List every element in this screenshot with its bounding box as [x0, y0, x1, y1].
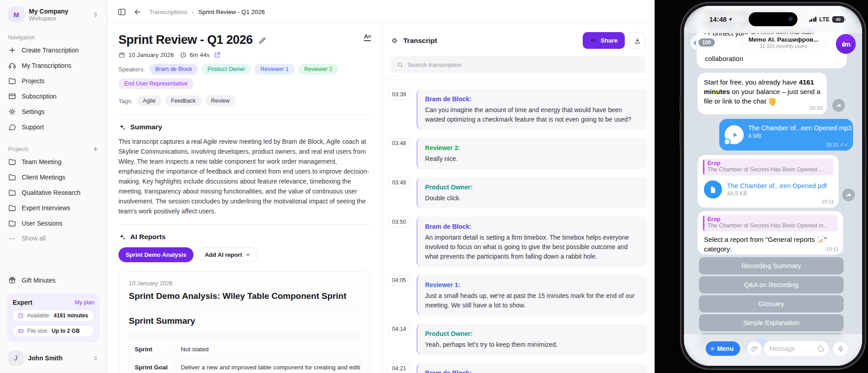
search-icon [397, 61, 403, 68]
my-plan-link[interactable]: My plan [75, 299, 94, 306]
voice-record-button[interactable] [833, 341, 848, 356]
workspace-type: Workspace [29, 15, 68, 22]
attach-button[interactable] [747, 341, 762, 356]
entry-card[interactable]: Product Owner: Yeah, perhaps let's try t… [416, 324, 647, 355]
bot-message-pdf[interactable]: Егор The Chamber of Secrets Has Been Ope… [698, 155, 839, 208]
entry-card[interactable]: Bram de Block: Can you imagine the amoun… [416, 89, 647, 130]
sidebar-item-my-transcriptions[interactable]: My Transcriptions [7, 58, 100, 73]
timestamp-chip[interactable]: 03:39 [387, 89, 410, 100]
sidebar-project-client-meetings[interactable]: Client Meetings [7, 170, 100, 185]
sidebar-item-subscription[interactable]: Subscription [7, 89, 100, 104]
chevron-right-icon: › [192, 9, 194, 15]
share-button[interactable]: Share [583, 32, 625, 49]
entry-speaker: Bram de Block: [425, 368, 640, 373]
kb-label: Simple Explanation [743, 319, 799, 326]
sidebar-toggle-icon[interactable] [118, 8, 126, 16]
sidebar-project-team-meeting[interactable]: Team Meeting [7, 154, 100, 170]
page-title: Sprint Review - Q1 2026 [118, 33, 253, 47]
sidebar-item-support[interactable]: Support [7, 119, 100, 135]
entry-card[interactable]: Bram de Block: An important detail is se… [416, 217, 647, 267]
sidebar-item-label: Settings [22, 108, 45, 115]
report-date: 10 January 2026 [129, 280, 360, 287]
avatar: J [8, 350, 24, 366]
timestamp-chip[interactable]: 03:49 [387, 177, 410, 188]
entry-card[interactable]: Reviewer 1: Just a small heads up, we're… [416, 275, 647, 316]
external-link-icon[interactable] [214, 52, 221, 58]
projects-section-label: Projects [8, 146, 28, 152]
message-input[interactable] [769, 345, 817, 352]
bot-name: Memo AI. Расшифров... [739, 36, 828, 43]
sparkles-icon [118, 233, 126, 241]
play-button[interactable]: ↓ [725, 125, 744, 144]
timestamp-chip[interactable]: 03:48 [387, 138, 410, 149]
kb-label: Q&A on Recording [744, 281, 798, 288]
tag-chip[interactable]: Feedback [165, 95, 202, 106]
entry-speaker: Product Owner: [425, 183, 640, 192]
battery-icon: 40 [832, 16, 844, 23]
text-settings-icon[interactable]: A≡ [364, 33, 371, 41]
workspace-switcher[interactable]: M My Company Workspace [7, 5, 100, 24]
user-menu[interactable]: J John Smith [7, 349, 100, 367]
speaker-chip[interactable]: Reviewer 2 [298, 64, 339, 75]
speaker-chip[interactable]: End User Representative [118, 78, 193, 89]
timestamp-chip[interactable]: 04:21 [387, 363, 410, 373]
speaker-chip[interactable]: Product Owner [202, 64, 251, 75]
row-value: Deliver a new and improved table compone… [175, 359, 360, 373]
entry-text: Just a small heads up, we're at past the… [425, 291, 640, 310]
entry-card[interactable]: Bram de Block: [416, 363, 647, 373]
plus-icon [8, 46, 16, 54]
sidebar-show-all[interactable]: ⋯ Show all [7, 231, 100, 246]
pdf-attachment[interactable]: The Chamber of...een Opened.pdf 44,5 KB [704, 180, 827, 198]
reply-quote[interactable]: Егор The Chamber of Secrets Has Been Ope… [703, 159, 833, 175]
top-bar: Transcriptions › Sprint Review - Q1 2026 [108, 0, 655, 24]
kb-button-simple-explanation[interactable]: Simple Explanation [699, 314, 844, 331]
sidebar-item-projects[interactable]: Projects [7, 73, 100, 89]
breadcrumb-transcriptions[interactable]: Transcriptions [149, 9, 187, 15]
speaker-chip[interactable]: Reviewer 1 [255, 64, 295, 75]
add-ai-report-button[interactable]: Add AI report [198, 247, 258, 262]
entry-card[interactable]: Reviewer 2: Really nice. [416, 138, 647, 169]
report-tab-sprint-demo-analysis[interactable]: Sprint Demo Analysis [118, 247, 193, 262]
back-button[interactable]: ‹ 100 [690, 35, 719, 50]
chat-title[interactable]: Memo AI. Расшифров... 11 321 monthly use… [739, 34, 828, 53]
search-input[interactable] [407, 61, 640, 68]
kb-button-qa-on-recording[interactable]: Q&A on Recording [699, 276, 844, 293]
download-button[interactable] [629, 32, 646, 49]
entry-text: Double click. [425, 194, 640, 203]
bot-message-select-report[interactable]: Егор The Chamber of Secrets Has Been Ope… [698, 211, 843, 255]
sidebar-project-qualitative-research[interactable]: Qualitative Research [7, 185, 100, 200]
memo-emoji [817, 236, 824, 243]
entry-card[interactable]: Product Owner: Double click. [416, 177, 647, 208]
tag-chip[interactable]: Review [205, 95, 236, 106]
back-arrow-icon[interactable] [133, 8, 142, 16]
folder-icon [8, 204, 16, 212]
chevron-down-icon [245, 252, 251, 258]
tag-chip[interactable]: Agile [137, 95, 161, 106]
forward-button[interactable] [842, 189, 855, 201]
user-audio-message[interactable]: ↓ The Chamber of...een Opened.mp3 8 MB 1… [719, 119, 853, 151]
audio-filesize: 8 MB [748, 133, 852, 139]
reply-quote[interactable]: Егор The Chamber of Secrets Has Been Ope… [703, 215, 838, 231]
sidebar-gift-minutes[interactable]: Gift Minutes [7, 273, 100, 288]
forward-button[interactable] [832, 99, 845, 112]
sidebar-project-user-sessions[interactable]: User Sessions [7, 216, 100, 231]
sidebar-item-settings[interactable]: Settings [7, 104, 100, 119]
bot-message-start[interactable]: Start for free, you already have 4161 mi… [698, 73, 827, 114]
sparkles-icon [118, 123, 126, 131]
kb-button-recording-summary[interactable]: Recording Summary [699, 257, 844, 274]
speaker-chip[interactable]: Bram de Block [150, 64, 198, 75]
sidebar-project-expert-interviews[interactable]: Expert Interviews [7, 200, 100, 216]
kb-button-glossary[interactable]: Glossary [699, 295, 844, 312]
sticker-icon[interactable] [817, 345, 825, 353]
sidebar-item-create-transcription[interactable]: Create Transcription [7, 42, 100, 58]
summary-text: This transcript captures a real Agile re… [118, 137, 371, 216]
edit-title-icon[interactable] [258, 37, 266, 45]
document-icon [704, 180, 722, 198]
timestamp-chip[interactable]: 04:14 [387, 324, 410, 335]
bot-menu-button[interactable]: ≡ Menu [706, 341, 740, 356]
add-project-icon[interactable] [92, 146, 99, 152]
timestamp-chip[interactable]: 04:05 [387, 275, 410, 286]
bot-avatar[interactable]: ılm [836, 34, 856, 54]
timestamp-chip[interactable]: 03:50 [387, 217, 410, 227]
main-area: Transcriptions › Sprint Review - Q1 2026… [108, 0, 655, 373]
